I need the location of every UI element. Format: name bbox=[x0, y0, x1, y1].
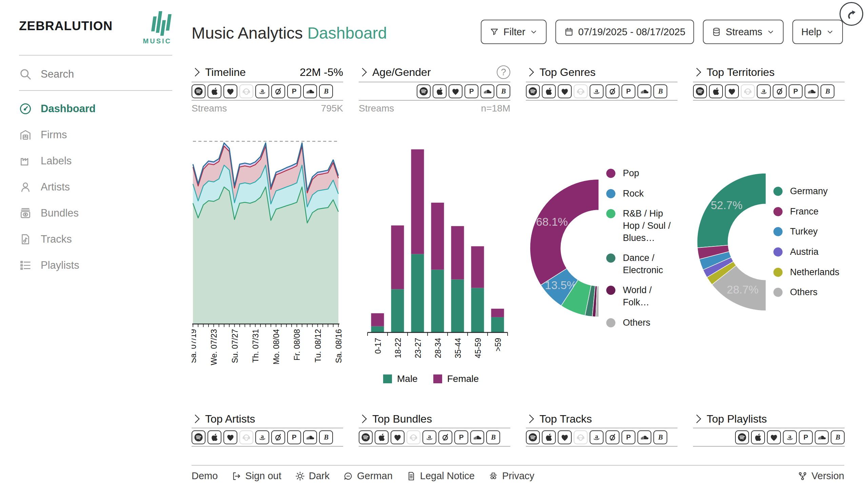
deezer-icon[interactable] bbox=[449, 84, 462, 98]
pandora-icon[interactable]: P bbox=[465, 84, 478, 98]
amazon-icon[interactable]: a bbox=[783, 430, 797, 444]
top-tracks-header[interactable]: Top Tracks bbox=[526, 410, 677, 428]
beatport-icon[interactable]: B bbox=[653, 84, 667, 98]
timeline-header[interactable]: Timeline 22M -5% bbox=[192, 63, 343, 82]
soundcloud-icon[interactable] bbox=[637, 430, 651, 444]
beatport-icon[interactable]: B bbox=[486, 430, 500, 444]
legend-item[interactable]: Pop bbox=[606, 167, 677, 180]
metric-select-button[interactable]: Streams bbox=[703, 20, 784, 44]
pandora-icon[interactable]: P bbox=[287, 84, 301, 98]
napster-icon[interactable] bbox=[407, 430, 420, 444]
legend-item[interactable]: Female bbox=[433, 373, 479, 384]
legend-item[interactable]: Germany bbox=[773, 185, 845, 198]
help-button[interactable]: Help bbox=[792, 20, 843, 44]
napster-icon[interactable] bbox=[741, 84, 755, 98]
legend-item[interactable]: World / Folk… bbox=[606, 284, 677, 308]
footer-version[interactable]: Version bbox=[797, 470, 844, 482]
apple-icon[interactable] bbox=[751, 430, 765, 444]
deezer-icon[interactable] bbox=[223, 430, 237, 444]
pandora-icon[interactable]: P bbox=[454, 430, 468, 444]
peloton-icon[interactable] bbox=[438, 430, 452, 444]
napster-icon[interactable] bbox=[239, 430, 253, 444]
legend-item[interactable]: Rock bbox=[606, 188, 677, 200]
legend-item[interactable]: Dance / Electronic bbox=[606, 252, 677, 276]
pandora-icon[interactable]: P bbox=[789, 84, 803, 98]
age-gender-chart[interactable]: 0-1718-2223-2728-3435-4445-59>59 bbox=[359, 134, 510, 373]
beatport-icon[interactable]: B bbox=[831, 430, 845, 444]
amazon-icon[interactable]: a bbox=[590, 430, 604, 444]
footer-privacy[interactable]: Privacy bbox=[488, 470, 534, 482]
footer-german[interactable]: German bbox=[343, 470, 393, 482]
territories-donut-chart[interactable]: 52.7%28.7% bbox=[693, 167, 769, 317]
timeline-chart[interactable]: Sa. 07/19We. 07/23Su. 07/27Th. 07/31Mo. … bbox=[192, 134, 343, 371]
deezer-icon[interactable] bbox=[391, 430, 405, 444]
apple-icon[interactable] bbox=[375, 430, 389, 444]
soundcloud-icon[interactable] bbox=[805, 84, 818, 98]
quick-jump-button[interactable] bbox=[840, 2, 863, 26]
deezer-icon[interactable] bbox=[558, 430, 572, 444]
spotify-icon[interactable] bbox=[526, 430, 540, 444]
top-genres-header[interactable]: Top Genres bbox=[526, 63, 677, 82]
spotify-icon[interactable] bbox=[526, 84, 540, 98]
help-circle-icon[interactable]: ? bbox=[497, 65, 510, 79]
footer-demo[interactable]: Demo bbox=[192, 470, 218, 482]
amazon-icon[interactable]: a bbox=[757, 84, 771, 98]
soundcloud-icon[interactable] bbox=[303, 84, 317, 98]
deezer-icon[interactable] bbox=[558, 84, 572, 98]
apple-icon[interactable] bbox=[433, 84, 447, 98]
soundcloud-icon[interactable] bbox=[303, 430, 317, 444]
beatport-icon[interactable]: B bbox=[821, 84, 834, 98]
napster-icon[interactable] bbox=[574, 84, 588, 98]
soundcloud-icon[interactable] bbox=[480, 84, 494, 98]
deezer-icon[interactable] bbox=[767, 430, 781, 444]
legend-item[interactable]: Austria bbox=[773, 246, 845, 258]
top-bundles-header[interactable]: Top Bundles bbox=[359, 410, 510, 428]
top-artists-header[interactable]: Top Artists bbox=[192, 410, 343, 428]
search-input[interactable]: Search bbox=[19, 64, 172, 85]
footer-legal-notice[interactable]: Legal Notice bbox=[406, 470, 475, 482]
peloton-icon[interactable] bbox=[606, 430, 619, 444]
amazon-icon[interactable]: a bbox=[255, 84, 269, 98]
amazon-icon[interactable]: a bbox=[255, 430, 269, 444]
apple-icon[interactable] bbox=[542, 430, 556, 444]
deezer-icon[interactable] bbox=[725, 84, 739, 98]
deezer-icon[interactable] bbox=[223, 84, 237, 98]
peloton-icon[interactable] bbox=[271, 430, 285, 444]
sidebar-item-firms[interactable]: Firms bbox=[19, 122, 172, 148]
spotify-icon[interactable] bbox=[192, 430, 205, 444]
pandora-icon[interactable]: P bbox=[799, 430, 813, 444]
sidebar-item-dashboard[interactable]: Dashboard bbox=[19, 96, 172, 122]
legend-item[interactable]: Netherlands bbox=[773, 266, 845, 279]
sidebar-item-playlists[interactable]: Playlists bbox=[19, 252, 172, 278]
sidebar-item-artists[interactable]: Artists bbox=[19, 174, 172, 200]
spotify-icon[interactable] bbox=[417, 84, 431, 98]
legend-item[interactable]: R&B / Hip Hop / Soul / Blues… bbox=[606, 208, 677, 244]
spotify-icon[interactable] bbox=[192, 84, 205, 98]
top-territories-header[interactable]: Top Territories bbox=[693, 63, 845, 82]
amazon-icon[interactable]: a bbox=[422, 430, 436, 444]
apple-icon[interactable] bbox=[208, 430, 221, 444]
top-playlists-header[interactable]: Top Playlists bbox=[693, 410, 845, 428]
pandora-icon[interactable]: P bbox=[622, 430, 635, 444]
peloton-icon[interactable] bbox=[271, 84, 285, 98]
apple-icon[interactable] bbox=[208, 84, 221, 98]
date-range-button[interactable]: 07/19/2025 - 08/17/2025 bbox=[555, 20, 694, 44]
genres-donut-chart[interactable]: 68.1%13.5% bbox=[526, 174, 602, 323]
peloton-icon[interactable] bbox=[773, 84, 787, 98]
sidebar-item-labels[interactable]: Labels bbox=[19, 148, 172, 174]
footer-dark[interactable]: Dark bbox=[295, 470, 330, 482]
apple-icon[interactable] bbox=[542, 84, 556, 98]
legend-item[interactable]: France bbox=[773, 206, 845, 218]
legend-item[interactable]: Male bbox=[383, 373, 418, 384]
pandora-icon[interactable]: P bbox=[622, 84, 635, 98]
spotify-icon[interactable] bbox=[359, 430, 373, 444]
legend-item[interactable]: Others bbox=[606, 317, 677, 329]
legend-item[interactable]: Turkey bbox=[773, 226, 845, 238]
beatport-icon[interactable]: B bbox=[319, 84, 333, 98]
peloton-icon[interactable] bbox=[606, 84, 619, 98]
soundcloud-icon[interactable] bbox=[637, 84, 651, 98]
brand-logo[interactable]: ZEBRALUTION MUSIC bbox=[19, 9, 172, 47]
age-gender-header[interactable]: Age/Gender ? bbox=[359, 63, 510, 82]
sidebar-item-tracks[interactable]: Tracks bbox=[19, 226, 172, 252]
sidebar-item-bundles[interactable]: Bundles bbox=[19, 200, 172, 226]
